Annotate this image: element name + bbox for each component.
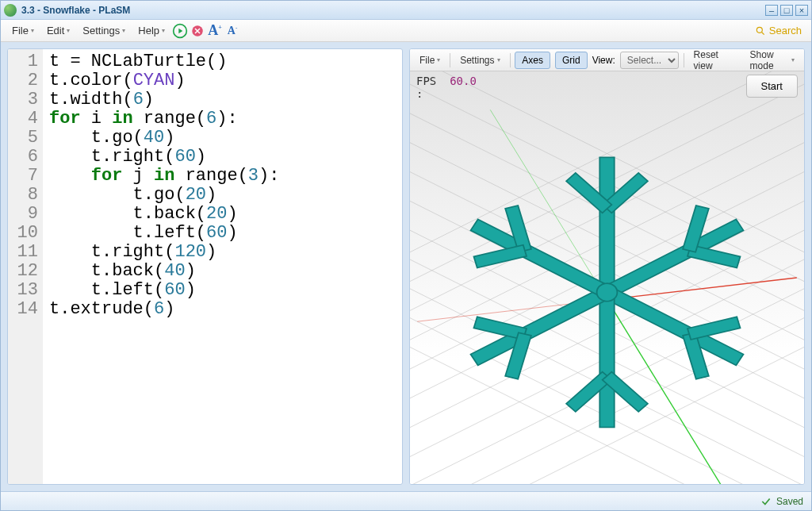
app-window: 3.3 - Snowflake - PLaSM – □ × File▾ Edit… [0, 0, 812, 511]
separator [510, 53, 511, 67]
check-icon [760, 496, 772, 507]
viewport-3d[interactable]: FPS 60.0: Start [410, 71, 804, 484]
viewer-menu-file[interactable]: File▾ [415, 52, 445, 68]
caret-icon: ▾ [497, 56, 500, 63]
show-mode-menu[interactable]: Show mode▾ [745, 48, 799, 74]
caret-icon: ▾ [67, 27, 70, 34]
cancel-icon [190, 24, 205, 38]
play-icon [172, 23, 188, 39]
svg-rect-28 [599, 157, 614, 292]
menu-edit[interactable]: Edit▾ [40, 21, 76, 40]
separator [684, 53, 684, 67]
viewer-toolbar: File▾ Settings▾ Axes Grid View: Select..… [410, 49, 804, 71]
caret-icon: ▾ [437, 56, 440, 63]
close-button[interactable]: × [795, 5, 808, 16]
svg-point-2 [756, 27, 762, 33]
font-smaller-icon: A- [228, 25, 237, 37]
titlebar: 3.3 - Snowflake - PLaSM – □ × [1, 1, 811, 20]
caret-icon: ▾ [122, 27, 125, 34]
svg-line-27 [490, 110, 607, 299]
fps-readout: FPS 60.0: [416, 75, 477, 100]
statusbar: Saved [1, 491, 811, 510]
grid-toggle[interactable]: Grid [555, 52, 588, 69]
editor-panel: 1 2 3 4 5 6 7 8 9 10 11 12 13 14 t = NCL… [7, 48, 403, 485]
search-icon [755, 25, 766, 36]
viewer-menu-settings[interactable]: Settings▾ [455, 52, 504, 68]
maximize-button[interactable]: □ [780, 5, 793, 16]
view-select[interactable]: Select... [620, 52, 679, 69]
svg-line-3 [762, 32, 764, 34]
window-title: 3.3 - Snowflake - PLaSM [21, 5, 763, 16]
snowflake-model [454, 157, 760, 427]
viewer-panel: File▾ Settings▾ Axes Grid View: Select..… [409, 48, 805, 485]
caret-icon: ▾ [162, 27, 165, 34]
code-editor[interactable]: 1 2 3 4 5 6 7 8 9 10 11 12 13 14 t = NCL… [8, 49, 402, 484]
font-decrease-button[interactable]: A- [224, 22, 241, 40]
line-gutter: 1 2 3 4 5 6 7 8 9 10 11 12 13 14 [8, 49, 43, 484]
menubar: File▾ Edit▾ Settings▾ Help▾ A+ A- [1, 20, 811, 42]
scene [410, 71, 804, 484]
menu-settings[interactable]: Settings▾ [76, 21, 132, 40]
caret-icon: ▾ [31, 27, 34, 34]
menu-file[interactable]: File▾ [6, 21, 40, 40]
caret-icon: ▾ [791, 56, 795, 63]
content-area: 1 2 3 4 5 6 7 8 9 10 11 12 13 14 t = NCL… [1, 42, 811, 491]
axes-toggle[interactable]: Axes [515, 52, 550, 69]
search-button[interactable]: Search [750, 25, 806, 36]
status-text: Saved [776, 496, 803, 507]
app-icon [4, 4, 17, 17]
start-button[interactable]: Start [746, 75, 798, 98]
separator [450, 53, 450, 67]
view-label: View: [592, 55, 615, 66]
minimize-button[interactable]: – [765, 5, 778, 16]
font-larger-icon: A+ [208, 22, 222, 39]
font-increase-button[interactable]: A+ [206, 22, 224, 40]
reset-view-button[interactable]: Reset view [689, 48, 736, 74]
code-area[interactable]: t = NCLabTurtle() t.color(CYAN) t.width(… [43, 49, 402, 484]
svg-point-31 [597, 283, 618, 302]
menu-help[interactable]: Help▾ [132, 21, 171, 40]
run-button[interactable] [171, 22, 189, 40]
stop-button[interactable] [189, 22, 206, 40]
